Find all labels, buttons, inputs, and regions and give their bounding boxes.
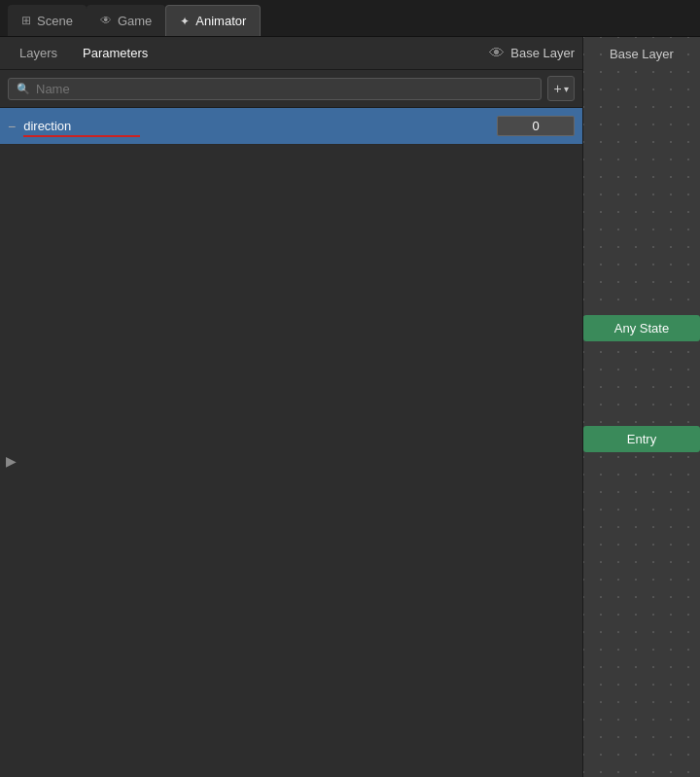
sub-tabs: Layers Parameters [8,42,159,64]
search-icon: 🔍 [17,83,30,95]
search-input-wrapper: 🔍 [8,78,542,100]
add-parameter-button[interactable]: + ▾ [547,76,575,101]
scene-icon: ⊞ [21,14,31,27]
eye-icon[interactable]: 👁 [489,45,505,62]
tab-animator-label: Animator [195,14,246,28]
eye-icon-container: 👁 Base Layer [489,45,575,62]
chevron-down-icon: ▾ [564,84,569,94]
base-layer-label: Base Layer [510,46,575,60]
param-name: direction [23,119,497,133]
base-layer-title: Base Layer [610,47,674,61]
collapse-arrow-icon[interactable]: ▶ [0,449,22,473]
animator-graph[interactable]: Base Layer Any State Entry [583,37,700,777]
tab-scene-label: Scene [37,14,73,28]
main-layout: Layers Parameters 👁 Base Layer 🔍 + ▾ [0,37,700,777]
content-area: ▶ [0,145,582,777]
add-icon: + [553,81,561,96]
search-input[interactable] [36,82,533,96]
search-row: 🔍 + ▾ [0,70,582,108]
game-icon: 👁 [100,14,112,27]
base-layer-header: Base Layer [583,47,700,61]
tab-parameters[interactable]: Parameters [71,42,159,64]
state-any-label: Any State [614,321,669,336]
param-value-input[interactable] [497,116,575,136]
tab-game-label: Game [118,14,152,28]
left-panel: Layers Parameters 👁 Base Layer 🔍 + ▾ [0,37,583,777]
tab-layers-label: Layers [19,46,57,60]
state-entry-label: Entry [627,432,656,446]
param-minus-icon[interactable]: − [8,119,16,134]
tab-parameters-label: Parameters [83,46,148,60]
tab-game[interactable]: 👁 Game [87,5,165,36]
state-any[interactable]: Any State [583,315,700,341]
state-entry[interactable]: Entry [583,426,700,452]
sub-tab-bar: Layers Parameters 👁 Base Layer [0,37,582,70]
tab-layers[interactable]: Layers [8,42,69,64]
parameter-row-0: − direction [0,108,582,145]
tab-animator[interactable]: ✦ Animator [165,5,261,36]
animator-icon: ✦ [180,15,190,28]
tab-scene[interactable]: ⊞ Scene [8,5,87,36]
tab-bar: ⊞ Scene 👁 Game ✦ Animator [0,0,700,37]
